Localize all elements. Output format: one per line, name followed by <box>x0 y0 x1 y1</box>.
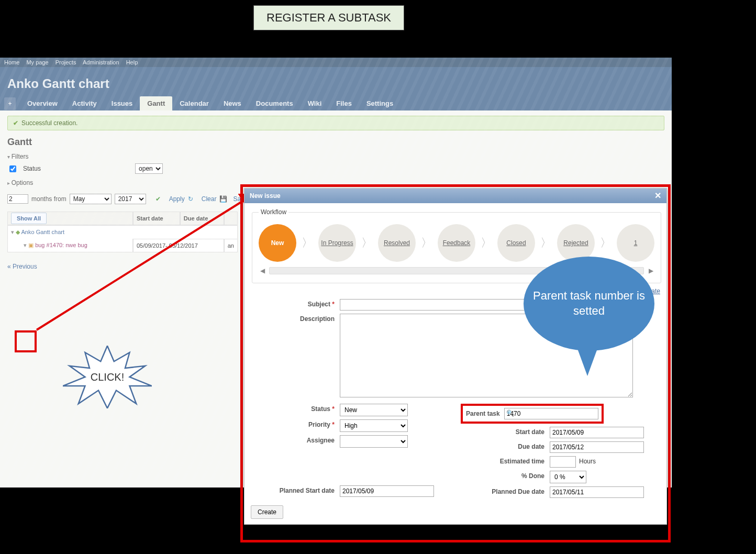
chevron-right-icon: 〉 <box>600 235 612 251</box>
parent-task-highlight: Parent task 🔍 <box>461 404 604 424</box>
priority-label: Priority * <box>251 419 340 428</box>
wf-node-new[interactable]: New <box>259 224 296 262</box>
description-label: Description <box>251 314 340 323</box>
bug-date-range: 05/09/2017- 05/12/2017 <box>133 239 224 252</box>
search-icon: 🔍 <box>506 409 514 417</box>
status-label: Status <box>23 165 41 172</box>
year-select[interactable]: 2017 <box>115 194 146 204</box>
project-title: Anko Gantt chart <box>7 76 109 91</box>
save-icon: 💾 <box>219 195 227 203</box>
tab-calendar[interactable]: Calendar <box>172 96 216 110</box>
estimated-time-input[interactable] <box>550 456 576 468</box>
pct-done-select[interactable]: 0 % <box>550 471 586 483</box>
tab-gantt[interactable]: Gantt <box>140 96 172 110</box>
col-assignee <box>224 212 238 225</box>
col-due-date: Due date <box>180 212 224 225</box>
month-select[interactable]: May <box>70 194 112 204</box>
due-date-label: Due date <box>461 441 550 450</box>
chevron-right-icon: 〉 <box>302 235 313 251</box>
months-count-input[interactable] <box>7 194 28 204</box>
annotation-click-target-box <box>15 330 37 352</box>
tab-add[interactable]: + <box>4 97 16 110</box>
start-date-input[interactable] <box>550 427 644 438</box>
flash-text: Successful creation. <box>21 119 77 127</box>
status-checkbox[interactable] <box>9 165 16 172</box>
planned-start-label: Planned Start date <box>251 485 340 494</box>
estimated-time-label: Estimated time <box>461 456 550 465</box>
chevron-right-icon: 〉 <box>361 235 373 251</box>
annotation-callout-text: Parent task number is setted <box>529 289 649 318</box>
scroll-right-icon[interactable]: ▶ <box>647 267 654 274</box>
chevron-right-icon: 〉 <box>481 235 492 251</box>
wf-node-resolved[interactable]: Resolved <box>378 224 416 262</box>
flash-success: ✔ Successful creation. <box>7 116 664 130</box>
assignee-select[interactable] <box>340 435 408 448</box>
tab-overview[interactable]: Overview <box>20 96 65 110</box>
planned-due-input[interactable] <box>550 486 644 498</box>
tab-activity[interactable]: Activity <box>65 96 104 110</box>
menu-administration[interactable]: Administration <box>83 59 119 65</box>
previous-link[interactable]: « Previous <box>7 263 37 270</box>
status-select[interactable]: open <box>135 163 163 174</box>
page-title: Gantt <box>7 137 664 148</box>
tab-wiki[interactable]: Wiki <box>301 96 329 110</box>
workflow-legend: Workflow <box>259 208 288 216</box>
annotation-starburst: CLICK! <box>63 346 152 408</box>
wf-node-in-progress[interactable]: In Progress <box>318 224 356 262</box>
wf-node-closed[interactable]: Closed <box>497 224 535 262</box>
filters-toggle[interactable]: Filters <box>7 153 28 160</box>
clear-icon: ↻ <box>188 195 195 203</box>
tree-bug-link[interactable]: bug #1470: nwe bug <box>35 242 87 248</box>
chevron-right-icon: 〉 <box>421 235 432 251</box>
annotation-click-label: CLICK! <box>63 346 152 408</box>
tab-issues[interactable]: Issues <box>104 96 140 110</box>
dialog-title: New issue <box>250 192 281 200</box>
planned-start-input[interactable] <box>340 485 434 497</box>
clear-link[interactable]: Clear <box>202 195 217 203</box>
chevron-right-icon: 〉 <box>540 235 552 251</box>
annotation-callout: Parent task number is setted <box>524 257 654 351</box>
annotation-banner: REGISTER A SUBTASK <box>253 5 404 30</box>
options-toggle[interactable]: Options <box>7 179 33 186</box>
check-icon: ✔ <box>13 119 18 127</box>
gantt-table: Show All Start date Due date ▾ ◆ Anko Ga… <box>7 212 238 252</box>
tree-project-link[interactable]: Anko Gantt chart <box>21 229 65 235</box>
hours-label: Hours <box>576 456 596 465</box>
annotation-callout-tail <box>576 345 599 376</box>
bug-assignee: an <box>224 239 238 252</box>
parent-task-input[interactable] <box>504 408 598 419</box>
menu-my-page[interactable]: My page <box>26 59 48 65</box>
status-field-label: Status * <box>251 404 340 413</box>
assignee-label: Assignee <box>251 435 340 444</box>
priority-select[interactable]: High <box>340 419 408 432</box>
scroll-left-icon[interactable]: ◀ <box>259 267 266 274</box>
menu-home[interactable]: Home <box>4 59 19 65</box>
wf-node-1[interactable]: 1 <box>617 224 654 262</box>
apply-icon: ✔ <box>155 195 163 203</box>
parent-task-label: Parent task <box>466 410 500 417</box>
col-start-date: Start date <box>133 212 180 225</box>
wf-node-feedback[interactable]: Feedback <box>438 224 475 262</box>
new-issue-dialog: New issue ✕ Workflow New 〉 In Progress 〉… <box>244 188 667 525</box>
top-menu: Home My page Projects Administration Hel… <box>0 58 672 67</box>
tab-documents[interactable]: Documents <box>249 96 301 110</box>
tab-settings[interactable]: Settings <box>359 96 401 110</box>
dialog-close-icon[interactable]: ✕ <box>654 192 661 200</box>
status-field-select[interactable]: New <box>340 404 408 416</box>
pct-done-label: % Done <box>461 471 550 480</box>
start-date-label: Start date <box>461 427 550 436</box>
menu-projects[interactable]: Projects <box>55 59 76 65</box>
due-date-input[interactable] <box>550 441 644 453</box>
menu-help[interactable]: Help <box>126 59 138 65</box>
months-from-label: months from <box>31 195 66 203</box>
apply-link[interactable]: Apply <box>169 195 185 203</box>
main-tabs: + Overview Activity Issues Gantt Calenda… <box>0 96 672 110</box>
show-all-button[interactable]: Show All <box>11 213 47 224</box>
tab-files[interactable]: Files <box>329 96 359 110</box>
project-header: Anko Gantt chart <box>0 67 672 96</box>
subject-label: Subject * <box>251 299 340 308</box>
create-button[interactable]: Create <box>251 505 283 519</box>
tab-news[interactable]: News <box>216 96 249 110</box>
planned-due-label: Planned Due date <box>461 486 550 495</box>
